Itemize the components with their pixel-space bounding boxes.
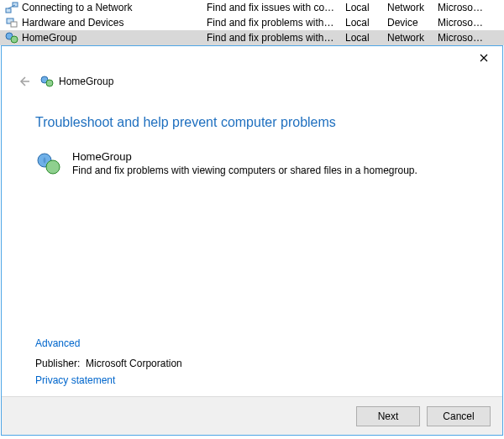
- row-cat: Device: [387, 17, 438, 29]
- list-row[interactable]: HomeGroup Find and fix problems with… Lo…: [0, 30, 504, 45]
- troubleshooter-list: Connecting to a Network Find and fix iss…: [0, 0, 504, 45]
- svg-rect-0: [6, 8, 11, 13]
- row-desc: Find and fix issues with co…: [207, 2, 345, 13]
- row-cat: Network: [387, 32, 438, 44]
- homegroup-icon: [35, 150, 62, 177]
- publisher-value: Microsoft Corporation: [86, 358, 182, 369]
- publisher-label: Publisher:: [35, 358, 80, 369]
- page-heading: Troubleshoot and help prevent computer p…: [35, 115, 472, 130]
- device-icon: [5, 16, 18, 29]
- advanced-link[interactable]: Advanced: [35, 337, 80, 349]
- troubleshooter-item: HomeGroup Find and fix problems with vie…: [35, 150, 472, 177]
- row-pub: Microso…: [438, 2, 499, 13]
- privacy-link[interactable]: Privacy statement: [35, 374, 115, 386]
- back-button[interactable]: [15, 73, 32, 90]
- row-name: HomeGroup: [22, 32, 76, 44]
- network-icon: [5, 1, 18, 14]
- list-row[interactable]: Hardware and Devices Find and fix proble…: [0, 15, 504, 30]
- svg-point-7: [46, 80, 53, 86]
- titlebar: [2, 46, 502, 70]
- list-row[interactable]: Connecting to a Network Find and fix iss…: [0, 0, 504, 15]
- row-loc: Local: [345, 32, 387, 44]
- button-bar: Next Cancel: [2, 396, 502, 435]
- row-cat: Network: [387, 2, 438, 13]
- row-loc: Local: [345, 2, 387, 13]
- svg-point-5: [11, 36, 18, 43]
- wizard-title: HomeGroup: [59, 76, 113, 87]
- publisher-line: Publisher: Microsoft Corporation: [35, 358, 469, 369]
- homegroup-icon: [40, 75, 54, 88]
- next-button[interactable]: Next: [356, 406, 420, 426]
- troubleshooter-wizard: HomeGroup Troubleshoot and help prevent …: [1, 45, 503, 436]
- row-loc: Local: [345, 17, 387, 29]
- row-desc: Find and fix problems with…: [207, 32, 345, 44]
- row-name: Hardware and Devices: [22, 17, 123, 29]
- item-description: Find and fix problems with viewing compu…: [72, 165, 417, 176]
- svg-rect-3: [11, 22, 17, 27]
- item-title: HomeGroup: [72, 150, 417, 163]
- wizard-header: HomeGroup: [2, 70, 502, 95]
- homegroup-icon: [5, 31, 18, 44]
- row-name: Connecting to a Network: [22, 2, 132, 13]
- close-button[interactable]: [465, 46, 502, 70]
- footer-links: Advanced Publisher: Microsoft Corporatio…: [2, 337, 502, 396]
- wizard-content: Troubleshoot and help prevent computer p…: [2, 95, 502, 337]
- cancel-button[interactable]: Cancel: [427, 406, 491, 426]
- row-pub: Microso…: [438, 32, 499, 44]
- row-desc: Find and fix problems with…: [207, 17, 345, 29]
- svg-point-9: [46, 160, 60, 174]
- row-pub: Microso…: [438, 17, 499, 29]
